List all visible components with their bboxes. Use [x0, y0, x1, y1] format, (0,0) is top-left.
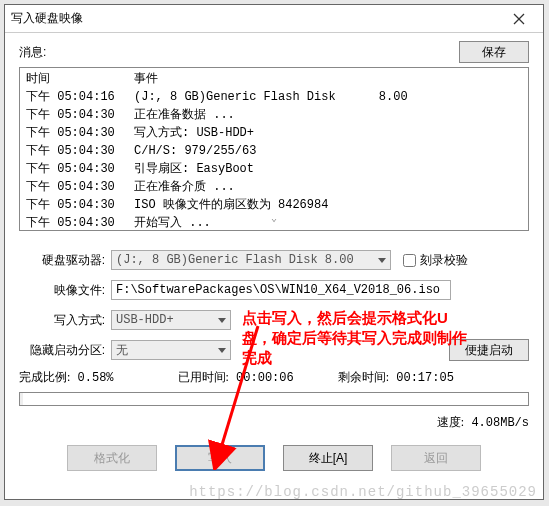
log-row: 下午 05:04:30正在准备数据 ... — [26, 106, 522, 124]
image-label: 映像文件: — [19, 282, 111, 299]
button-row: 格式化 写入 终止[A] 返回 — [19, 445, 529, 471]
hidden-partition-label: 隐藏启动分区: — [19, 342, 111, 359]
drive-dropdown[interactable]: (J:, 8 GB)Generic Flash Disk 8.00 — [111, 250, 391, 270]
chevron-down-icon: ⌄ — [271, 210, 277, 228]
log-row: 下午 05:04:30C/H/S: 979/255/63 — [26, 142, 522, 160]
log-header-time: 时间 — [26, 70, 134, 88]
titlebar: 写入硬盘映像 — [5, 5, 543, 33]
close-button[interactable] — [501, 8, 537, 30]
write-button[interactable]: 写入 — [175, 445, 265, 471]
progress-fill — [20, 393, 23, 405]
log-row: 下午 05:04:30引导扇区: EasyBoot — [26, 160, 522, 178]
info-row: 消息: 保存 — [19, 41, 529, 63]
log-row: 下午 05:04:16(J:, 8 GB)Generic Flash Disk … — [26, 88, 522, 106]
form-area: 硬盘驱动器: (J:, 8 GB)Generic Flash Disk 8.00… — [19, 249, 529, 361]
verify-label: 刻录校验 — [420, 252, 468, 269]
image-path-input[interactable]: F:\SoftwarePackages\OS\WIN10_X64_V2018_0… — [111, 280, 451, 300]
log-row: 下午 05:04:30正在准备介质 ... — [26, 178, 522, 196]
verify-checkbox-wrap[interactable]: 刻录校验 — [403, 252, 468, 269]
verify-checkbox[interactable] — [403, 254, 416, 267]
log-header: 时间 事件 — [26, 70, 522, 88]
write-mode-dropdown[interactable]: USB-HDD+ — [111, 310, 231, 330]
abort-button[interactable]: 终止[A] — [283, 445, 373, 471]
window-title: 写入硬盘映像 — [11, 10, 501, 27]
hidden-partition-dropdown[interactable]: 无 — [111, 340, 231, 360]
speed-row: 速度: 4.08MB/s — [19, 414, 529, 431]
close-icon — [513, 13, 525, 25]
log-textarea[interactable]: 时间 事件 下午 05:04:16(J:, 8 GB)Generic Flash… — [19, 67, 529, 231]
log-header-event: 事件 — [134, 70, 158, 88]
progress-stats: 完成比例: 0.58% 已用时间: 00:00:06 剩余时间: 00:17:0… — [19, 369, 529, 386]
format-button[interactable]: 格式化 — [67, 445, 157, 471]
content-area: 消息: 保存 时间 事件 下午 05:04:16(J:, 8 GB)Generi… — [5, 33, 543, 479]
quick-boot-button[interactable]: 便捷启动 — [449, 339, 529, 361]
save-button[interactable]: 保存 — [459, 41, 529, 63]
back-button[interactable]: 返回 — [391, 445, 481, 471]
write-mode-label: 写入方式: — [19, 312, 111, 329]
log-row: 下午 05:04:30写入方式: USB-HDD+ — [26, 124, 522, 142]
drive-label: 硬盘驱动器: — [19, 252, 111, 269]
progress-bar — [19, 392, 529, 406]
info-label: 消息: — [19, 44, 459, 61]
dialog-window: 写入硬盘映像 消息: 保存 时间 事件 下午 05:04:16(J:, 8 GB… — [4, 4, 544, 500]
